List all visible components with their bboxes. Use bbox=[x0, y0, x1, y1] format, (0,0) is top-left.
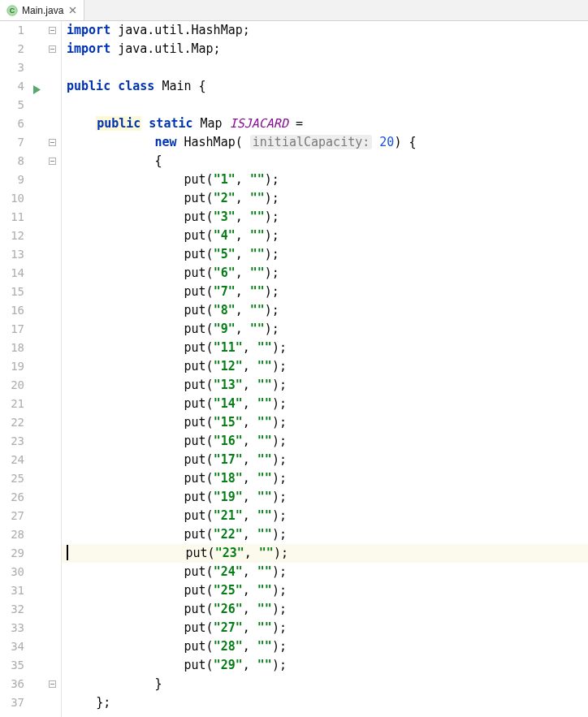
code-line[interactable]: put("24", ""); bbox=[62, 563, 588, 581]
code-line[interactable]: put("15", ""); bbox=[62, 413, 588, 432]
code-line[interactable]: import java.util.Map; bbox=[62, 40, 588, 58]
fold-toggle-icon[interactable] bbox=[49, 27, 57, 35]
fold-gutter bbox=[47, 21, 62, 717]
code-line[interactable]: put("16", ""); bbox=[62, 432, 588, 451]
line-number: 9 bbox=[0, 171, 24, 189]
line-number: 5 bbox=[0, 96, 24, 114]
line-number: 4 bbox=[0, 77, 24, 96]
line-number: 13 bbox=[0, 245, 24, 264]
code-line[interactable]: put("28", ""); bbox=[62, 637, 588, 656]
line-number: 26 bbox=[0, 488, 24, 507]
line-number: 33 bbox=[0, 619, 24, 637]
line-number: 24 bbox=[0, 451, 24, 469]
code-line[interactable]: put("17", ""); bbox=[62, 451, 588, 469]
line-number: 1 bbox=[0, 21, 24, 40]
line-number: 17 bbox=[0, 320, 24, 339]
code-line[interactable]: put("1", ""); bbox=[62, 171, 588, 189]
line-number: 27 bbox=[0, 507, 24, 525]
code-line[interactable]: put("7", ""); bbox=[62, 283, 588, 301]
code-line[interactable]: put("6", ""); bbox=[62, 264, 588, 283]
tab-label: Main.java bbox=[22, 5, 63, 16]
line-number: 18 bbox=[0, 339, 24, 357]
run-gutter bbox=[31, 21, 47, 717]
line-number: 28 bbox=[0, 525, 24, 544]
code-line[interactable]: put("21", ""); bbox=[62, 507, 588, 525]
tab-bar: C Main.java bbox=[0, 0, 588, 21]
line-number: 11 bbox=[0, 208, 24, 227]
line-number: 37 bbox=[0, 693, 24, 712]
code-line[interactable]: put("2", ""); bbox=[62, 189, 588, 208]
line-number: 2 bbox=[0, 40, 24, 58]
code-line[interactable]: put("8", ""); bbox=[62, 301, 588, 320]
java-class-icon: C bbox=[6, 5, 18, 16]
code-line[interactable]: } bbox=[62, 675, 588, 693]
code-line[interactable]: put("27", ""); bbox=[62, 619, 588, 637]
tab-main-java[interactable]: C Main.java bbox=[0, 0, 84, 20]
code-line[interactable]: import java.util.HashMap; bbox=[62, 21, 588, 40]
fold-toggle-icon[interactable] bbox=[49, 158, 57, 166]
code-line[interactable]: put("13", ""); bbox=[62, 376, 588, 395]
line-number: 35 bbox=[0, 656, 24, 675]
code-line[interactable]: put("4", ""); bbox=[62, 227, 588, 245]
code-line[interactable]: public class Main { bbox=[62, 77, 588, 96]
fold-toggle-icon[interactable] bbox=[49, 680, 57, 689]
line-number: 25 bbox=[0, 469, 24, 488]
code-line[interactable]: put("14", ""); bbox=[62, 395, 588, 413]
line-number: 7 bbox=[0, 133, 24, 152]
code-line[interactable]: put("26", ""); bbox=[62, 600, 588, 619]
line-number: 22 bbox=[0, 413, 24, 432]
editor[interactable]: 1234567891011121314151617181920212223242… bbox=[0, 21, 588, 717]
line-number: 14 bbox=[0, 264, 24, 283]
line-number: 20 bbox=[0, 376, 24, 395]
code-line[interactable]: }; bbox=[62, 693, 588, 712]
fold-toggle-icon[interactable] bbox=[49, 45, 57, 54]
line-number: 21 bbox=[0, 395, 24, 413]
code-line[interactable]: put("29", ""); bbox=[62, 656, 588, 675]
code-line[interactable]: put("11", ""); bbox=[62, 339, 588, 357]
code-area[interactable]: import java.util.HashMap;import java.uti… bbox=[62, 21, 588, 717]
code-line[interactable]: put("18", ""); bbox=[62, 469, 588, 488]
code-line[interactable]: put("3", ""); bbox=[62, 208, 588, 227]
fold-toggle-icon[interactable] bbox=[49, 139, 57, 147]
line-number: 32 bbox=[0, 600, 24, 619]
line-number: 30 bbox=[0, 563, 24, 581]
line-number: 12 bbox=[0, 227, 24, 245]
line-number: 34 bbox=[0, 637, 24, 656]
run-icon[interactable] bbox=[32, 82, 42, 92]
code-line[interactable]: { bbox=[62, 152, 588, 171]
line-number: 36 bbox=[0, 675, 24, 693]
svg-marker-4 bbox=[33, 85, 41, 94]
code-line[interactable]: put("23", ""); bbox=[62, 544, 588, 563]
code-line[interactable]: put("25", ""); bbox=[62, 581, 588, 600]
code-line[interactable]: new HashMap( initialCapacity: 20) { bbox=[62, 133, 588, 152]
line-number: 19 bbox=[0, 357, 24, 376]
svg-text:C: C bbox=[10, 6, 15, 15]
code-line[interactable] bbox=[62, 96, 588, 114]
line-number: 10 bbox=[0, 189, 24, 208]
code-line[interactable]: put("9", ""); bbox=[62, 320, 588, 339]
line-number: 15 bbox=[0, 283, 24, 301]
code-line[interactable]: put("19", ""); bbox=[62, 488, 588, 507]
line-number-gutter: 1234567891011121314151617181920212223242… bbox=[0, 21, 31, 717]
close-icon[interactable] bbox=[67, 6, 77, 15]
code-line[interactable]: public static Map ISJACARD = bbox=[62, 114, 588, 133]
line-number: 29 bbox=[0, 544, 24, 563]
line-number: 3 bbox=[0, 58, 24, 77]
code-line[interactable] bbox=[62, 58, 588, 77]
line-number: 8 bbox=[0, 152, 24, 171]
line-number: 23 bbox=[0, 432, 24, 451]
line-number: 6 bbox=[0, 114, 24, 133]
code-line[interactable]: put("5", ""); bbox=[62, 245, 588, 264]
code-line[interactable]: put("12", ""); bbox=[62, 357, 588, 376]
line-number: 31 bbox=[0, 581, 24, 600]
line-number: 16 bbox=[0, 301, 24, 320]
code-line[interactable]: put("22", ""); bbox=[62, 525, 588, 544]
